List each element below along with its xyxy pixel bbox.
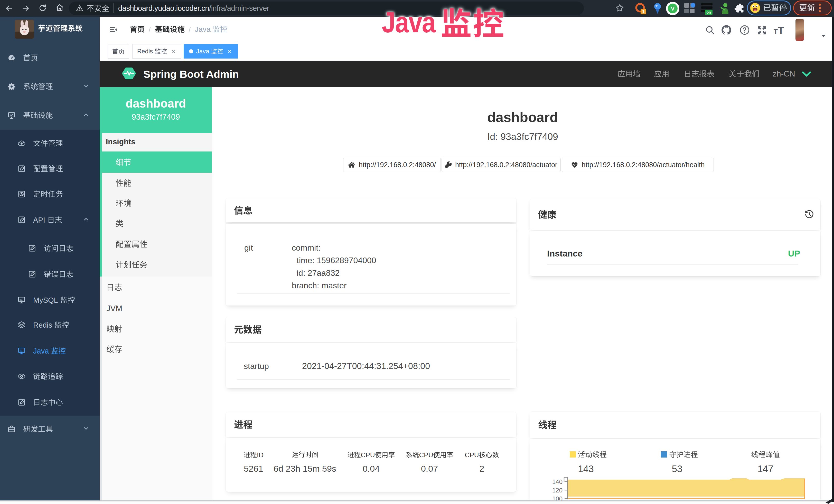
svg-text:on: on bbox=[706, 10, 711, 15]
svg-text:1: 1 bbox=[642, 9, 644, 14]
svg-text:V: V bbox=[671, 5, 675, 12]
